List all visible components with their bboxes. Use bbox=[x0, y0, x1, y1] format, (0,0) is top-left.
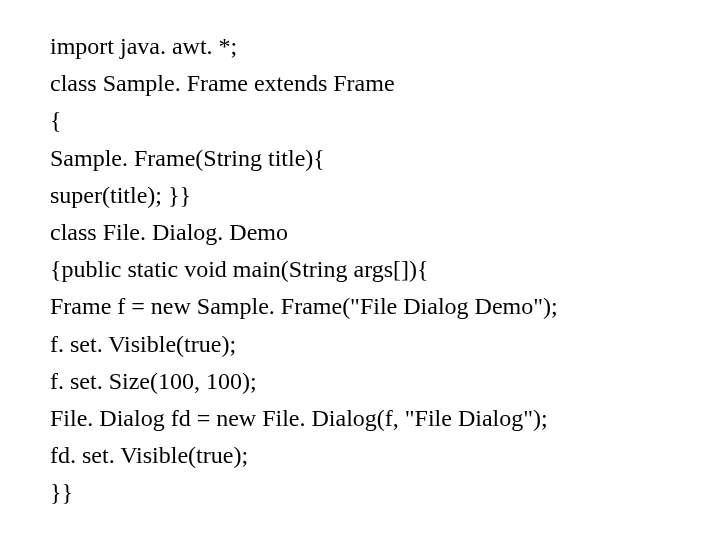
code-block: import java. awt. *; class Sample. Frame… bbox=[0, 0, 720, 511]
code-line: class Sample. Frame extends Frame bbox=[50, 65, 720, 102]
code-line: }} bbox=[50, 474, 720, 511]
code-line: f. set. Visible(true); bbox=[50, 326, 720, 363]
code-line: File. Dialog fd = new File. Dialog(f, "F… bbox=[50, 400, 720, 437]
code-line: {public static void main(String args[]){ bbox=[50, 251, 720, 288]
code-line: Frame f = new Sample. Frame("File Dialog… bbox=[50, 288, 720, 325]
code-line: fd. set. Visible(true); bbox=[50, 437, 720, 474]
code-line: Sample. Frame(String title){ bbox=[50, 140, 720, 177]
code-line: super(title); }} bbox=[50, 177, 720, 214]
code-line: class File. Dialog. Demo bbox=[50, 214, 720, 251]
code-line: f. set. Size(100, 100); bbox=[50, 363, 720, 400]
code-line: { bbox=[50, 102, 720, 139]
code-line: import java. awt. *; bbox=[50, 28, 720, 65]
